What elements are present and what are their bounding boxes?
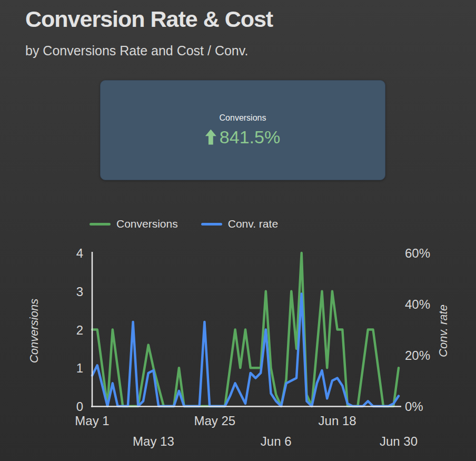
up-arrow-icon xyxy=(205,130,216,145)
legend-swatch-conversions xyxy=(90,223,111,225)
scorecard-delta-text: 841.5% xyxy=(220,127,280,148)
legend-item-conv-rate[interactable]: Conv. rate xyxy=(201,218,278,230)
y-axis-title-left: Conversions xyxy=(27,299,41,363)
legend-label-conv-rate: Conv. rate xyxy=(228,218,278,230)
tick-label: 20% xyxy=(405,348,430,362)
tick-label: 4 xyxy=(76,246,83,260)
tick-label: May 1 xyxy=(75,414,109,428)
timeseries-chart[interactable]: Conversions Conv. rate 43210 60%40%20%0%… xyxy=(0,240,476,461)
scorecard-delta-value: 841.5% xyxy=(205,127,280,148)
scorecard-metric-label: Conversions xyxy=(220,113,266,123)
tick-label: Jun 18 xyxy=(319,414,356,428)
tick-label: 2 xyxy=(76,323,83,337)
tick-label: 40% xyxy=(405,297,430,311)
tick-label: 0% xyxy=(405,399,423,414)
tick-label: 0 xyxy=(76,399,83,414)
legend-label-conversions: Conversions xyxy=(116,218,178,230)
tick-label: 60% xyxy=(405,246,430,260)
dashboard-page: Conversion Rate & Cost by Conversions Ra… xyxy=(0,0,476,461)
chart-legend: Conversions Conv. rate xyxy=(90,218,278,230)
page-title: Conversion Rate & Cost xyxy=(25,6,273,32)
x-axis-ticks: May 1May 13May 25Jun 6Jun 18Jun 30 xyxy=(75,414,418,448)
y-axis-ticks-right: 60%40%20%0% xyxy=(405,246,430,414)
tick-label: May 25 xyxy=(194,414,235,428)
tick-label: 1 xyxy=(76,361,83,375)
page-subtitle: by Conversions Rate and Cost / Conv. xyxy=(25,43,248,58)
tick-label: Jun 6 xyxy=(261,434,292,448)
y-axis-ticks-left: 43210 xyxy=(76,246,83,414)
line-conv-rate[interactable] xyxy=(92,294,399,406)
tick-label: 3 xyxy=(76,285,83,299)
scorecard-conversions[interactable]: Conversions 841.5% xyxy=(100,80,385,180)
line-conversions[interactable] xyxy=(92,253,399,406)
legend-swatch-conv-rate xyxy=(201,223,222,225)
tick-label: May 13 xyxy=(133,434,174,448)
legend-item-conversions[interactable]: Conversions xyxy=(90,218,178,230)
y-axis-title-right: Conv. rate xyxy=(437,305,450,357)
tick-label: Jun 30 xyxy=(380,434,418,448)
